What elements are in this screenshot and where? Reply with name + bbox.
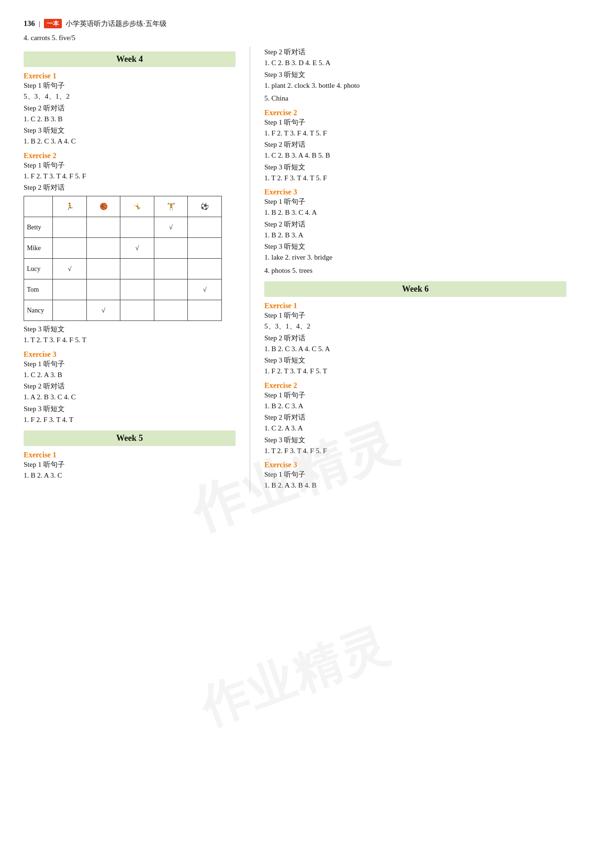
w4e3-step3-label: Step 3 听短文 [24,405,236,413]
week6-exercise3-title: Exercise 3 [264,461,566,469]
nancy-football [188,300,222,321]
w5e3-step2-content: 1. B 2. B 3. A [264,229,566,242]
w6e2-step1-content: 1. B 2. C 3. A [264,400,566,413]
table-header-run: 🏃 [53,196,87,217]
w6e3-step1-label: Step 1 听句子 [264,470,566,479]
betty-hurdles: √ [154,217,188,238]
betty-run [53,217,87,238]
nancy-hurdles [154,300,188,321]
w5e2-step2-label: Step 2 听对话 [264,140,566,149]
w5r-step2-content: 1. C 2. B 3. D 4. E 5. A [264,57,566,69]
w4e1-step3-label: Step 3 听短文 [24,126,236,135]
content-columns: Week 4 Exercise 1 Step 1 听句子 5、3、4、1、2 S… [24,47,566,493]
w4e3-step3-content: 1. F 2. F 3. T 4. T [24,414,236,426]
page-number: 136 [24,19,35,28]
table-row: Nancy √ [24,300,222,321]
w5e3-step3-label: Step 3 听短文 [264,242,566,251]
w5r-step3-content1: 1. plant 2. clock 3. bottle 4. photo [264,80,566,92]
header-badge: 一本 [44,19,62,28]
w5r-step3-label: Step 3 听短文 [264,70,566,79]
w6e1-step3-content: 1. F 2. T 3. T 4. F 5. T [264,365,566,378]
week4-exercise2-title: Exercise 2 [24,152,236,160]
w6e1-step1-label: Step 1 听句子 [264,311,566,320]
w6e2-step2-label: Step 2 听对话 [264,413,566,422]
mike-hurdles [154,238,188,259]
table-row: Betty √ [24,217,222,238]
w6e2-step3-content: 1. T 2. F 3. T 4. F 5. F [264,445,566,457]
betty-basketball [86,217,120,238]
table-row: Tom √ [24,279,222,300]
w4e1-step2-label: Step 2 听对话 [24,104,236,113]
w6e1-step1-content: 5、3、1、4、2 [264,320,566,333]
left-column: Week 4 Exercise 1 Step 1 听句子 5、3、4、1、2 S… [24,47,250,493]
pre-week-content: 4. carrots 5. five/5 [24,34,566,42]
row-name-tom: Tom [24,279,53,300]
tom-football: √ [188,279,222,300]
w6e1-step2-content: 1. B 2. C 3. A 4. C 5. A [264,343,566,355]
w4e2-step1-label: Step 1 听句子 [24,161,236,170]
nancy-run [53,300,87,321]
w6e2-step2-content: 1. C 2. A 3. A [264,422,566,435]
w5r-step2-label: Step 2 听对话 [264,48,566,57]
w5e1-step1-content: 1. B 2. A 3. C [24,470,236,482]
w5e2-step3-label: Step 3 听短文 [264,163,566,172]
betty-football [188,217,222,238]
w5e2-step2-content: 1. C 2. B 3. A 4. B 5. B [264,150,566,162]
w5e3-step3-content2: 4. photos 5. trees [264,265,566,277]
week4-header: Week 4 [24,51,236,67]
mike-basketball [86,238,120,259]
betty-mat [120,217,154,238]
w5e2-step3-content: 1. T 2. F 3. T 4. T 5. F [264,172,566,185]
table-row: Mike √ [24,238,222,259]
w4e3-step2-label: Step 2 听对话 [24,382,236,391]
watermark2: 作业精灵 [192,614,398,741]
w4e1-step3-content: 1. B 2. C 3. A 4. C [24,135,236,148]
week4-exercise1-title: Exercise 1 [24,72,236,80]
week4-exercise3-title: Exercise 3 [24,350,236,359]
tom-run [53,279,87,300]
nancy-mat [120,300,154,321]
w6e2-step1-label: Step 1 听句子 [264,391,566,400]
lucy-basketball [86,259,120,279]
mike-football [188,238,222,259]
w5r-step3-content2: 5. China [264,93,566,105]
w5e3-step1-content: 1. B 2. B 3. C 4. A [264,207,566,219]
week6-header: Week 6 [264,281,566,297]
header-title: 小学英语听力话题步步练·五年级 [66,19,167,28]
w5e3-step2-label: Step 2 听对话 [264,220,566,229]
w6e2-step3-label: Step 3 听短文 [264,436,566,445]
header-divider: | [39,20,40,28]
w5e2-step1-content: 1. F 2. T 3. F 4. T 5. F [264,127,566,140]
w4e1-step1-content: 5、3、4、1、2 [24,91,236,103]
table-header-mat: 🤸 [120,196,154,217]
w4e1-step1-label: Step 1 听句子 [24,81,236,90]
w4e2-step1-content: 1. F 2. T 3. T 4. F 5. F [24,170,236,183]
row-name-mike: Mike [24,238,53,259]
w6e1-step3-label: Step 3 听短文 [264,356,566,365]
table-header-hurdles: 🏋️ [154,196,188,217]
right-column: Step 2 听对话 1. C 2. B 3. D 4. E 5. A Step… [250,47,566,493]
row-name-betty: Betty [24,217,53,238]
table-header-name [24,196,53,217]
week5r-exercise2-title: Exercise 2 [264,109,566,117]
w5e3-step3-content1: 1. lake 2. river 3. bridge [264,252,566,264]
w4e2-step2-label: Step 2 听对话 [24,183,236,192]
tom-hurdles [154,279,188,300]
nancy-basketball: √ [86,300,120,321]
lucy-hurdles [154,259,188,279]
w4e3-step1-label: Step 1 听句子 [24,360,236,369]
activity-table: 🏃 🏀 🤸 🏋️ ⚽ Betty √ [24,196,222,321]
w5e2-step1-label: Step 1 听句子 [264,118,566,127]
table-header-football: ⚽ [188,196,222,217]
lucy-football [188,259,222,279]
page: 136 | 一本 小学英语听力话题步步练·五年级 4. carrots 5. f… [0,0,590,868]
activity-table-wrap: 🏃 🏀 🤸 🏋️ ⚽ Betty √ [24,196,236,321]
table-row: Lucy √ [24,259,222,279]
mike-run [53,238,87,259]
page-header: 136 | 一本 小学英语听力话题步步练·五年级 [24,19,566,28]
w4e2-step3-content: 1. T 2. T 3. F 4. F 5. T [24,334,236,346]
w5e1-step1-label: Step 1 听句子 [24,460,236,469]
row-name-nancy: Nancy [24,300,53,321]
row-name-lucy: Lucy [24,259,53,279]
lucy-mat [120,259,154,279]
